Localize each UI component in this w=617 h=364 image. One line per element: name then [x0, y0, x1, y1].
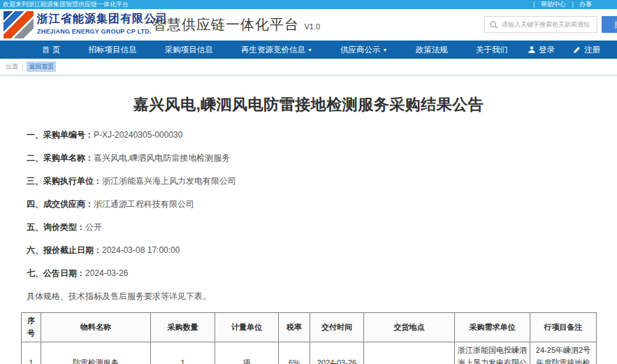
cell-delivery-place — [364, 342, 455, 364]
col-header-demand-unit: 采购需求单位 — [455, 313, 530, 342]
announcement-fields: 一、采购单编号：P-XJ-20240305-000030 二、采购单名称：嘉兴风… — [27, 129, 596, 279]
col-header-tax: 税率 — [279, 313, 310, 342]
company-name-cn: 浙江省能源集团有限公司 — [37, 12, 168, 27]
platform-title: 智慧供应链一体化平台 — [152, 17, 299, 32]
nav-item-about-us[interactable]: 关于我们 — [476, 45, 508, 55]
field-value: 2024-03-26 — [85, 268, 128, 278]
col-header-delivery-place: 交货地点 — [364, 313, 455, 342]
cell-line-remark: 24-25年嵊泗2号年度防雷接地检测服务 — [530, 342, 597, 364]
table-row: 1 防雷检测服务 1 项 6% 2024-03-26 浙江浙能国电投嵊泗海上风力… — [22, 342, 597, 364]
platform-title-block: 智慧供应链一体化平台 V1.0 — [152, 15, 320, 34]
field-value: 浙江通源工程科技有限公司 — [94, 199, 194, 209]
col-header-line-remark: 行项目备注 — [530, 313, 597, 342]
search-icon — [489, 20, 498, 29]
company-name-block: 浙江省能源集团有限公司 ZHEJIANG ENERGY GROUP CP LTD… — [37, 12, 168, 35]
divider — [145, 13, 145, 37]
cell-material: 防雷检测服务 — [41, 342, 151, 364]
result-table: 序号 物料名称 采购数量 计量单位 税率 交付时间 交货地点 采购需求单位 行项… — [21, 312, 597, 364]
field-announcement-date: 七、公告日期：2024-03-26 — [27, 268, 596, 279]
field-label: 七、公告日期： — [27, 268, 85, 278]
company-name-en: ZHEJIANG ENERGY GROUP CP LTD. — [37, 28, 168, 35]
col-header-quantity: 采购数量 — [151, 313, 215, 342]
field-label: 六、报价截止日期： — [27, 245, 102, 255]
col-header-unit: 计量单位 — [215, 313, 279, 342]
cell-delivery-time: 2024-03-26 — [310, 342, 364, 364]
field-value: 2024-03-08 17:00:00 — [102, 245, 180, 255]
chevron-down-icon: ▼ — [307, 48, 312, 52]
cell-quantity: 1 — [151, 342, 215, 364]
field-value: 嘉兴风电,嵊泗风电防雷接地检测服务 — [94, 153, 230, 163]
nav-auth: 登录 注册 — [528, 45, 617, 55]
field-value: 公开 — [85, 222, 102, 232]
field-inquiry-type: 五、询价类型：公开 — [27, 221, 596, 233]
nav-items: 首 页 招标项目信息 采购项目信息 再生资源竞价信息▼ 供应商公示▼ 政策法规 … — [0, 45, 528, 55]
login-button[interactable]: 登录 — [528, 45, 555, 55]
user-icon — [528, 45, 536, 54]
breadcrumb: 位置 | 返回首页 — [0, 59, 617, 75]
nav-item-procurement-project-info[interactable]: 采购项目信息 — [165, 45, 213, 55]
cell-unit: 项 — [215, 342, 279, 364]
field-value: P-XJ-20240305-000030 — [94, 130, 182, 140]
field-winning-supplier: 四、成交供应商：浙江通源工程科技有限公司 — [27, 198, 596, 210]
company-logo — [3, 11, 34, 38]
nav-item-label: 再生资源竞价信息 — [241, 45, 305, 54]
field-executing-unit: 三、采购执行单位：浙江浙能嘉兴海上风力发电有限公司 — [27, 175, 596, 187]
field-quote-deadline: 六、报价截止日期：2024-03-08 17:00:00 — [27, 245, 596, 256]
field-order-name: 二、采购单名称：嘉兴风电,嵊泗风电防雷接地检测服务 — [27, 152, 596, 164]
announcement-body: 嘉兴风电,嵊泗风电防雷接地检测服务采购结果公告 一、采购单编号：P-XJ-202… — [0, 94, 617, 364]
col-header-material: 物料名称 — [41, 313, 151, 342]
nav-item-label: 供应商公示 — [340, 45, 381, 54]
main-nav: 首 页 招标项目信息 采购项目信息 再生资源竞价信息▼ 供应商公示▼ 政策法规 … — [0, 41, 617, 59]
help-center-link[interactable]: 帮助中心 — [541, 1, 566, 8]
field-label: 一、采购单编号： — [27, 130, 94, 140]
field-value: 浙江浙能嘉兴海上风力发电有限公司 — [102, 176, 236, 186]
platform-version: V1.0 — [304, 22, 320, 31]
nav-item-home[interactable]: 首 页 — [42, 45, 60, 55]
return-home-link[interactable]: 返回首页 — [27, 61, 56, 72]
spec-note: 具体规格、技术指标及售后服务要求等详见下表。 — [27, 291, 596, 303]
welcome-text: 欢迎来到浙江能源集团智慧供应链一体化平台 — [3, 1, 129, 8]
cell-tax: 6% — [279, 342, 310, 364]
breadcrumb-prefix: 位置 — [6, 62, 18, 71]
divider: | — [572, 1, 573, 8]
search-input[interactable] — [502, 21, 593, 28]
table-header-row: 序号 物料名称 采购数量 计量单位 税率 交付时间 交货地点 采购需求单位 行项… — [22, 313, 597, 342]
login-label: 登录 — [539, 45, 555, 55]
col-header-delivery-time: 交付时间 — [310, 313, 364, 342]
chevron-down-icon: ▼ — [383, 48, 388, 52]
pen-icon — [573, 45, 581, 54]
search-area: 搜索 — [484, 16, 617, 33]
field-order-number: 一、采购单编号：P-XJ-20240305-000030 — [27, 129, 596, 141]
nav-item-policies[interactable]: 政策法规 — [416, 45, 448, 55]
field-label: 三、采购执行单位： — [27, 176, 102, 186]
divider: | — [533, 1, 535, 8]
field-label: 二、采购单名称： — [27, 153, 94, 163]
register-label: 注册 — [584, 45, 600, 55]
topbar: 欢迎来到浙江能源集团智慧供应链一体化平台 | 帮助中心 | 办事 — [0, 0, 617, 9]
field-label: 五、询价类型： — [27, 222, 85, 232]
cell-seq: 1 — [22, 342, 41, 364]
search-button[interactable]: 搜索 — [602, 16, 617, 33]
nav-item-bidding-project-info[interactable]: 招标项目信息 — [89, 45, 137, 55]
topbar-links: | 帮助中心 | 办事 — [533, 0, 596, 9]
nav-item-renewable-resources-bidding[interactable]: 再生资源竞价信息▼ — [241, 45, 312, 55]
register-button[interactable]: 注册 — [573, 45, 600, 55]
search-box[interactable] — [484, 16, 597, 33]
divider: | — [22, 64, 23, 71]
field-label: 四、成交供应商： — [27, 199, 94, 209]
service-hall-link[interactable]: 办事 — [579, 1, 592, 8]
nav-item-supplier-publicity[interactable]: 供应商公示▼ — [340, 45, 387, 55]
cell-demand-unit: 浙江浙能国电投嵊泗海上风力发电有限公司 — [455, 342, 530, 364]
col-header-seq: 序号 — [22, 313, 41, 342]
page-title: 嘉兴风电,嵊泗风电防雷接地检测服务采购结果公告 — [21, 94, 596, 115]
header: 浙江省能源集团有限公司 ZHEJIANG ENERGY GROUP CP LTD… — [0, 9, 617, 41]
